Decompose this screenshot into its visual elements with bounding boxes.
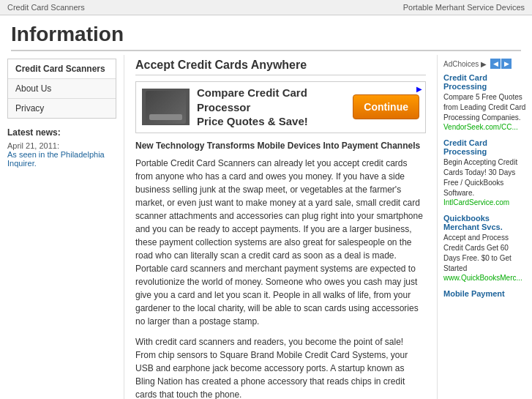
latest-news: Latest news: April 21, 2011: As seen in …: [7, 127, 116, 168]
main-layout: Credit Card Scanners About Us Privacy La…: [0, 55, 532, 399]
ad-choices: AdChoices ▶ ◀ ▶: [443, 59, 526, 69]
news-item: April 21, 2011: As seen in the Philadelp…: [7, 141, 116, 168]
article-body: Portable Credit Card Scanners can alread…: [135, 157, 426, 400]
top-nav-right: Portable Merhant Service Devices: [403, 3, 525, 12]
ad-headline-line1: Compare Credit Card Processor: [197, 86, 307, 113]
right-ad-1-url: VendorSeek.com/CC...: [443, 123, 526, 131]
right-ad-3-url: www.QuickBooksMerc...: [443, 274, 526, 282]
article-paragraph-2: With credit card scanners and readers, y…: [135, 335, 426, 400]
page-header: Information: [0, 15, 532, 55]
right-ad-2: Credit Card Processing Begin Accepting C…: [443, 138, 526, 206]
sidebar-nav: Credit Card Scanners About Us Privacy: [7, 59, 116, 119]
news-link[interactable]: As seen in the Philadelphia Inquirer.: [7, 150, 105, 168]
ad-choices-triangle-icon: ▶: [481, 60, 487, 68]
sidebar-item-credit-card-scanners[interactable]: Credit Card Scanners: [8, 59, 116, 79]
ad-nav-prev-button[interactable]: ◀: [490, 59, 501, 69]
news-date: April 21, 2011:: [7, 141, 59, 150]
right-ad-4-title[interactable]: Mobile Payment: [443, 289, 526, 298]
right-ad-1-desc: Compare 5 Free Quotes from Leading Credi…: [443, 92, 526, 123]
article-subheading: New Technology Transforms Mobile Devices…: [135, 141, 426, 151]
sidebar-item-privacy[interactable]: Privacy: [8, 99, 116, 118]
ad-headline: Compare Credit Card Processor Price Quot…: [197, 86, 347, 129]
right-ad-3-desc: Accept and Process Credit Cards Get 60 D…: [443, 233, 526, 274]
top-nav: Credit Card Scanners Portable Merhant Se…: [0, 0, 532, 15]
section-title: Accept Credit Cards Anywhere: [135, 59, 426, 75]
ad-choices-label: AdChoices: [443, 60, 479, 68]
right-ad-2-desc: Begin Accepting Credit Cards Today! 30 D…: [443, 157, 526, 198]
ad-arrow-icon: ▶: [416, 85, 422, 93]
latest-news-title: Latest news:: [7, 127, 116, 138]
right-ad-3-title[interactable]: Quickbooks Merchant Svcs.: [443, 214, 526, 231]
ad-banner-image: [142, 89, 190, 125]
ad-headline-line2: Price Quotes & Save!: [197, 115, 308, 127]
right-ad-2-url: IntlCardService.com: [443, 198, 526, 206]
right-ad-3: Quickbooks Merchant Svcs. Accept and Pro…: [443, 214, 526, 282]
right-sidebar: AdChoices ▶ ◀ ▶ Credit Card Processing C…: [437, 55, 532, 399]
main-content: Accept Credit Cards Anywhere Compare Cre…: [124, 55, 437, 399]
right-ad-1-title[interactable]: Credit Card Processing: [443, 73, 526, 91]
right-ad-2-title[interactable]: Credit Card Processing: [443, 138, 526, 156]
sidebar: Credit Card Scanners About Us Privacy La…: [0, 55, 124, 399]
ad-card-machine-icon: [146, 91, 186, 124]
ad-banner: Compare Credit Card Processor Price Quot…: [135, 81, 426, 133]
sidebar-item-about-us[interactable]: About Us: [8, 79, 116, 99]
ad-continue-button[interactable]: Continue: [353, 94, 419, 119]
right-ad-4: Mobile Payment: [443, 289, 526, 298]
ad-choices-nav: ◀ ▶: [490, 59, 512, 69]
ad-text-block: Compare Credit Card Processor Price Quot…: [197, 86, 347, 129]
ad-nav-next-button[interactable]: ▶: [501, 59, 512, 69]
page-title: Information: [11, 23, 521, 51]
top-nav-left: Credit Card Scanners: [7, 3, 85, 12]
article-paragraph-1: Portable Credit Card Scanners can alread…: [135, 157, 426, 328]
right-ad-1: Credit Card Processing Compare 5 Free Qu…: [443, 73, 526, 131]
